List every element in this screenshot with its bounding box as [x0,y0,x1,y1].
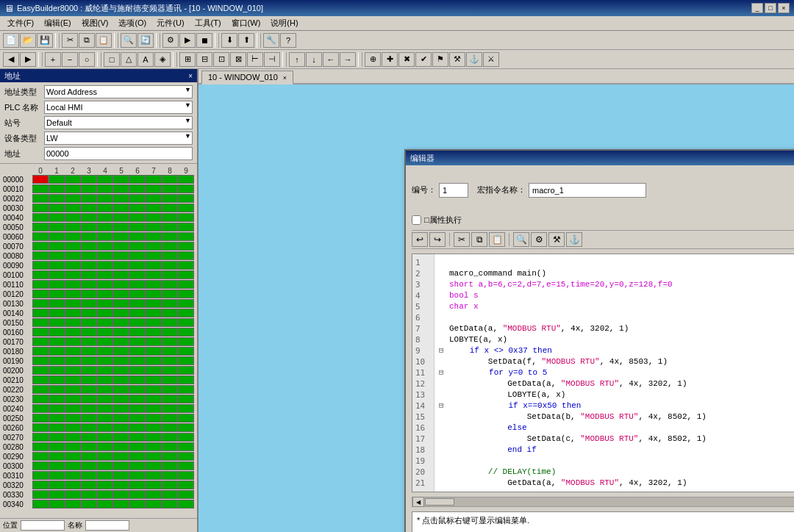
grid-cell[interactable] [178,251,194,260]
grid-cell[interactable] [65,223,81,231]
grid-cell[interactable] [162,270,178,279]
grid-row[interactable]: 00210 [3,375,194,385]
grid-cell[interactable] [146,270,162,279]
grid-cell[interactable] [81,395,97,403]
grid-cell[interactable] [97,433,113,442]
grid-cell[interactable] [81,328,97,337]
grid-cell[interactable] [97,414,113,423]
grid-row[interactable]: 00170 [3,337,194,347]
grid-cell[interactable] [178,204,194,212]
grid-cell[interactable] [129,356,146,365]
grid-cell[interactable] [81,223,97,231]
grid-row[interactable]: 00300 [3,461,194,471]
grid-cell[interactable] [129,414,146,423]
grid-cell[interactable] [178,261,194,270]
grid-cell[interactable] [49,318,65,327]
grid-cell[interactable] [32,337,49,346]
grid-cell[interactable] [113,414,129,423]
grid-cell[interactable] [146,490,162,499]
addr-type-select[interactable]: Word Address [44,85,193,98]
tb2-btn27[interactable]: ⚔ [483,52,499,67]
grid-cell[interactable] [113,337,129,346]
grid-cell[interactable] [32,232,49,241]
grid-row[interactable]: 00120 [3,290,194,299]
tb2-btn5[interactable]: ○ [79,52,95,67]
grid-cell[interactable] [113,500,129,508]
grid-cell[interactable] [97,204,113,212]
grid-cell[interactable] [129,204,146,212]
grid-cell[interactable] [81,423,97,432]
grid-cell[interactable] [97,461,113,470]
tb2-btn4[interactable]: − [62,52,78,67]
grid-cell[interactable] [113,309,129,317]
grid-cell[interactable] [162,261,178,270]
grid-cell[interactable] [97,385,113,394]
tb2-btn1[interactable]: ◀ [3,52,19,67]
grid-cell[interactable] [81,481,97,489]
grid-row[interactable]: 00060 [3,232,194,242]
grid-cell[interactable] [162,204,178,212]
grid-cell[interactable] [65,356,81,365]
menu-file[interactable]: 文件(F) [3,17,38,29]
grid-row[interactable]: 00100 [3,270,194,280]
tb-replace[interactable]: 🔄 [137,33,154,48]
grid-cell[interactable] [97,423,113,432]
grid-cell[interactable] [81,500,97,508]
grid-cell[interactable] [65,290,81,298]
menu-tools[interactable]: 工具(T) [190,17,226,29]
grid-cell[interactable] [113,280,129,289]
grid-cell[interactable] [32,366,49,375]
grid-cell[interactable] [162,404,178,413]
grid-cell[interactable] [129,366,146,375]
grid-cell[interactable] [97,194,113,203]
grid-cell[interactable] [81,194,97,203]
grid-cell[interactable] [129,318,146,327]
grid-cell[interactable] [178,471,194,480]
grid-cell[interactable] [81,404,97,413]
grid-cell[interactable] [113,290,129,298]
grid-cell[interactable] [32,328,49,337]
tb-compile[interactable]: ⚙ [162,33,179,48]
tb2-btn21[interactable]: ✚ [382,52,398,67]
grid-cell[interactable] [65,328,81,337]
grid-cell[interactable] [113,251,129,260]
grid-cell[interactable] [178,328,194,337]
grid-cell[interactable] [97,375,113,384]
grid-row[interactable]: 00050 [3,223,194,232]
grid-cell[interactable] [113,347,129,356]
number-input[interactable] [439,183,468,198]
grid-row[interactable]: 00330 [3,490,194,500]
grid-cell[interactable] [162,337,178,346]
grid-cell[interactable] [129,299,146,308]
tb-find[interactable]: 🔍 [121,33,137,48]
menu-view[interactable]: 视图(V) [77,17,113,29]
grid-cell[interactable] [65,385,81,394]
grid-cell[interactable] [49,261,65,270]
grid-cell[interactable] [162,375,178,384]
grid-cell[interactable] [146,414,162,423]
grid-cell[interactable] [178,337,194,346]
grid-cell[interactable] [65,194,81,203]
grid-cell[interactable] [65,395,81,403]
tb2-btn10[interactable]: ⊞ [179,52,196,67]
grid-row[interactable]: 00230 [3,395,194,404]
grid-cell[interactable] [162,385,178,394]
grid-cell[interactable] [65,500,81,508]
grid-cell[interactable] [146,242,162,251]
grid-cell[interactable] [146,433,162,442]
grid-cell[interactable] [97,213,113,222]
grid-cell[interactable] [129,251,146,260]
grid-cell[interactable] [65,318,81,327]
grid-cell[interactable] [162,213,178,222]
grid-cell[interactable] [129,194,146,203]
grid-cell[interactable] [129,242,146,251]
grid-cell[interactable] [113,204,129,212]
grid-cell[interactable] [129,223,146,231]
grid-cell[interactable] [178,194,194,203]
grid-row[interactable]: 00000 [3,175,194,184]
grid-cell[interactable] [178,175,194,184]
grid-cell[interactable] [178,213,194,222]
grid-row[interactable]: 00310 [3,471,194,481]
grid-cell[interactable] [97,175,113,184]
grid-cell[interactable] [162,175,178,184]
